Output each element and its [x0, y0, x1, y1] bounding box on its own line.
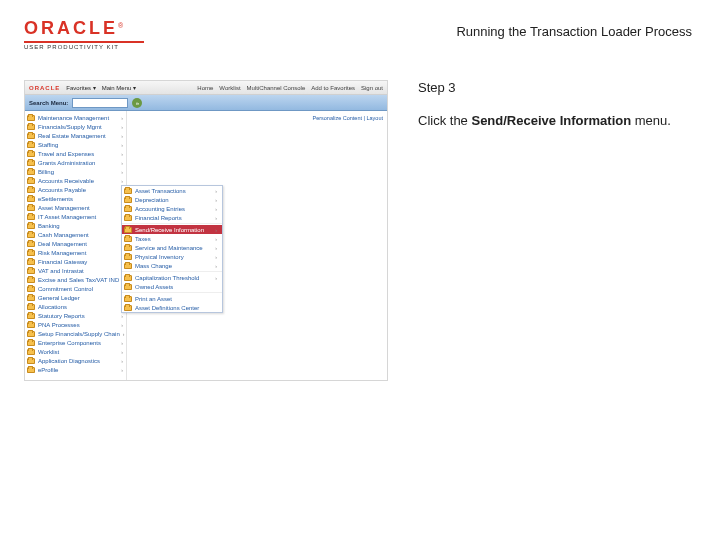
folder-icon: [124, 197, 132, 203]
chevron-right-icon: ›: [215, 188, 217, 194]
submenu-item[interactable]: Physical Inventory›: [122, 252, 222, 261]
submenu-item[interactable]: Mass Change›: [122, 261, 222, 270]
nav-item[interactable]: eProfile›: [27, 365, 126, 374]
flyout-submenu: Asset Transactions›Depreciation›Accounti…: [121, 185, 223, 313]
nav-item-label: eProfile: [38, 367, 58, 373]
folder-icon: [124, 254, 132, 260]
folder-icon: [27, 322, 35, 328]
link-mcc[interactable]: MultiChannel Console: [247, 85, 306, 91]
submenu-item-label: Send/Receive Information: [135, 227, 204, 233]
search-label: Search Menu:: [29, 100, 68, 106]
menu-divider: [122, 223, 222, 224]
link-worklist[interactable]: Worklist: [219, 85, 240, 91]
submenu-item[interactable]: Service and Maintenance›: [122, 243, 222, 252]
chevron-right-icon: ›: [215, 227, 217, 233]
folder-icon: [124, 236, 132, 242]
nav-item[interactable]: Enterprise Components›: [27, 338, 126, 347]
chevron-right-icon: ›: [121, 322, 123, 328]
app-content: Maintenance Management›Financials/Supply…: [25, 111, 387, 380]
submenu-item-label: Print an Asset: [135, 296, 172, 302]
app-oracle-logo: ORACLE: [29, 85, 60, 91]
nav-item-label: Enterprise Components: [38, 340, 101, 346]
folder-icon: [27, 349, 35, 355]
link-add-fav[interactable]: Add to Favorites: [311, 85, 355, 91]
oracle-logo: ORACLE®: [24, 18, 144, 39]
submenu-item[interactable]: Accounting Entries›: [122, 204, 222, 213]
folder-icon: [124, 245, 132, 251]
nav-item[interactable]: Application Diagnostics›: [27, 356, 126, 365]
submenu-item[interactable]: Depreciation›: [122, 195, 222, 204]
submenu-item[interactable]: Print an Asset: [122, 294, 222, 303]
nav-item[interactable]: Worklist›: [27, 347, 126, 356]
folder-icon: [27, 358, 35, 364]
chevron-right-icon: ›: [215, 215, 217, 221]
submenu-item[interactable]: Asset Transactions›: [122, 186, 222, 195]
folder-icon: [124, 305, 132, 311]
chevron-right-icon: ›: [121, 313, 123, 319]
nav-item-label: PNA Processes: [38, 322, 80, 328]
chevron-right-icon: ›: [215, 275, 217, 281]
nav-item-label: Worklist: [38, 349, 59, 355]
search-input[interactable]: [72, 98, 128, 108]
submenu-item-label: Taxes: [135, 236, 151, 242]
folder-icon: [124, 215, 132, 221]
chevron-right-icon: ›: [121, 358, 123, 364]
nav-item[interactable]: Setup Financials/Supply Chain›: [27, 329, 126, 338]
submenu-item[interactable]: Taxes›: [122, 234, 222, 243]
oracle-logo-block: ORACLE® USER PRODUCTIVITY KIT: [24, 18, 144, 50]
chevron-right-icon: ›: [123, 331, 125, 337]
submenu-item-label: Physical Inventory: [135, 254, 184, 260]
search-toolbar: Search Menu: »: [25, 95, 387, 111]
main-pane: Personalize Content | Layout Asset Trans…: [127, 111, 387, 380]
submenu-item[interactable]: Capitalization Threshold›: [122, 273, 222, 282]
folder-icon: [124, 284, 132, 290]
submenu-item-label: Mass Change: [135, 263, 172, 269]
nav-item-label: Application Diagnostics: [38, 358, 100, 364]
instruction-text: Click the Send/Receive Information menu.: [418, 113, 692, 130]
chevron-right-icon: ›: [215, 197, 217, 203]
submenu-item-label: Service and Maintenance: [135, 245, 203, 251]
document-title: Running the Transaction Loader Process: [456, 18, 692, 39]
trademark-symbol: ®: [118, 22, 123, 29]
folder-icon: [27, 331, 35, 337]
folder-icon: [124, 206, 132, 212]
submenu-item-send-receive[interactable]: Send/Receive Information›: [122, 225, 222, 234]
chevron-right-icon: ›: [215, 254, 217, 260]
submenu-item[interactable]: Asset Definitions Center: [122, 303, 222, 312]
chevron-right-icon: ›: [215, 236, 217, 242]
chevron-right-icon: ›: [215, 206, 217, 212]
submenu-item[interactable]: Financial Reports›: [122, 213, 222, 222]
chevron-right-icon: ›: [215, 263, 217, 269]
main-menu[interactable]: Main Menu ▾: [102, 84, 136, 91]
nav-item[interactable]: PNA Processes›: [27, 320, 126, 329]
product-line-label: USER PRODUCTIVITY KIT: [24, 44, 144, 50]
personalize-link[interactable]: Personalize Content | Layout: [312, 115, 383, 121]
instruction-column: Step 3 Click the Send/Receive Informatio…: [418, 80, 692, 381]
folder-icon: [124, 296, 132, 302]
app-screenshot: ORACLE Favorites ▾ Main Menu ▾ Home Work…: [24, 80, 388, 381]
folder-icon: [124, 227, 132, 233]
nav-item-label: Statutory Reports: [38, 313, 85, 319]
menu-divider: [122, 271, 222, 272]
search-go-icon[interactable]: »: [132, 98, 142, 108]
chevron-right-icon: ›: [121, 367, 123, 373]
folder-icon: [124, 275, 132, 281]
favorites-menu[interactable]: Favorites ▾: [66, 84, 95, 91]
submenu-item-label: Capitalization Threshold: [135, 275, 199, 281]
folder-icon: [124, 188, 132, 194]
instruction-post: menu.: [631, 113, 671, 128]
nav-item-label: Setup Financials/Supply Chain: [38, 331, 120, 337]
submenu-item-label: Financial Reports: [135, 215, 182, 221]
submenu-item-label: Owned Assets: [135, 284, 173, 290]
instruction-target: Send/Receive Information: [471, 113, 631, 128]
submenu-item-label: Depreciation: [135, 197, 169, 203]
chevron-right-icon: ›: [215, 245, 217, 251]
link-signout[interactable]: Sign out: [361, 85, 383, 91]
link-home[interactable]: Home: [197, 85, 213, 91]
menu-divider: [122, 292, 222, 293]
instruction-pre: Click the: [418, 113, 471, 128]
submenu-item[interactable]: Owned Assets: [122, 282, 222, 291]
folder-icon: [27, 313, 35, 319]
screenshot-column: ORACLE Favorites ▾ Main Menu ▾ Home Work…: [24, 80, 388, 381]
folder-icon: [27, 367, 35, 373]
